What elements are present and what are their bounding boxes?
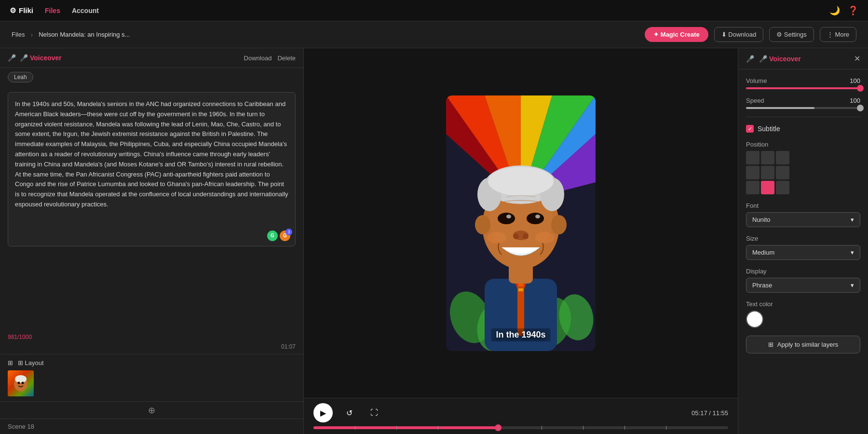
voiceover-actions: Download Delete — [244, 54, 296, 62]
voice-tag-wrapper: Leah — [0, 68, 303, 86]
subtitle-checkbox[interactable]: ✓ — [746, 125, 754, 133]
layout-thumbnail[interactable] — [8, 370, 34, 396]
pos-cell-2[interactable] — [776, 151, 789, 164]
subtitle-text: In the 1940s — [491, 328, 550, 341]
size-dropdown[interactable]: Medium ▾ — [746, 245, 860, 260]
nav-account[interactable]: Account — [72, 7, 99, 14]
add-icon: ⊕ — [148, 405, 155, 416]
pos-cell-4[interactable] — [761, 166, 774, 179]
settings-button[interactable]: ⚙ Settings — [769, 27, 814, 42]
text-content-box[interactable]: In the 1940s and 50s, Mandela's seniors … — [8, 92, 296, 246]
size-section: Size Medium ▾ — [746, 235, 860, 260]
speed-row: Speed 100 — [746, 97, 860, 104]
display-value: Phrase — [752, 282, 772, 289]
breadcrumb-current: Nelson Mandela: an Inspiring s... — [39, 31, 130, 38]
svg-point-4 — [22, 382, 24, 384]
main-layout: 🎤 🎤 Voiceover Download Delete Leah In th… — [0, 48, 868, 434]
pos-cell-6[interactable] — [746, 181, 760, 194]
pos-cell-1[interactable] — [761, 151, 774, 164]
svg-rect-21 — [518, 288, 523, 291]
apply-icon: ⊞ — [768, 341, 773, 348]
panel-title-text: 🎤 Voiceover — [748, 55, 801, 63]
volume-fill — [746, 87, 860, 89]
panel-title: 🎤 🎤 Voiceover — [746, 55, 854, 63]
svg-point-36 — [513, 233, 519, 239]
svg-point-34 — [535, 215, 540, 218]
svg-point-3 — [18, 382, 20, 384]
download-button[interactable]: ⬇ Download — [714, 27, 763, 42]
font-section: Font Nunito ▾ — [746, 202, 860, 227]
position-label: Position — [746, 141, 768, 148]
display-label: Display — [746, 268, 860, 275]
seg-marker-8 — [666, 426, 666, 430]
svg-point-2 — [15, 375, 27, 383]
apply-label: Apply to similar layers — [777, 341, 838, 348]
apply-similar-button[interactable]: ⊞ Apply to similar layers — [746, 336, 860, 353]
display-dropdown[interactable]: Phrase ▾ — [746, 278, 860, 293]
grammarly-badge: 3 — [285, 229, 292, 235]
volume-label: Volume — [746, 77, 767, 84]
magic-create-button[interactable]: ✦ Magic Create — [645, 27, 708, 42]
position-section: Position — [746, 140, 860, 194]
help-icon[interactable]: ❓ — [848, 5, 858, 16]
seg-marker-7 — [624, 426, 625, 430]
voice-tag[interactable]: Leah — [8, 72, 33, 82]
svg-point-39 — [535, 232, 555, 244]
voiceover-download-btn[interactable]: Download — [244, 54, 272, 62]
char-count: 981/1000 — [0, 332, 303, 342]
svg-point-29 — [475, 215, 490, 234]
voiceover-header: 🎤 🎤 Voiceover Download Delete — [0, 48, 303, 68]
video-illustration — [446, 95, 596, 351]
text-color-swatch[interactable] — [746, 311, 763, 328]
rewind-button[interactable]: ↺ — [340, 404, 358, 421]
pos-cell-3[interactable] — [746, 166, 760, 179]
panel-header: 🎤 🎤 Voiceover ✕ — [738, 48, 868, 69]
layout-thumb-img — [8, 370, 34, 396]
fullscreen-button[interactable]: ⛶ — [366, 404, 383, 421]
breadcrumb-root[interactable]: Files — [12, 31, 25, 38]
size-value: Medium — [752, 249, 774, 256]
grammarly-icon-1[interactable]: G — [267, 231, 278, 241]
position-grid — [746, 151, 860, 194]
pos-cell-5[interactable] — [776, 166, 789, 179]
subtitle-label: Subtitle — [758, 125, 780, 133]
font-dropdown[interactable]: Nunito ▾ — [746, 212, 860, 227]
timestamp: 01:07 — [0, 342, 303, 354]
right-panel: 🎤 🎤 Voiceover ✕ Volume 100 — [738, 48, 868, 434]
svg-point-33 — [506, 215, 511, 218]
pos-cell-0[interactable] — [746, 151, 760, 164]
layout-section: ⊞ ⊞ Layout — [0, 354, 303, 401]
svg-point-32 — [527, 213, 544, 224]
close-panel-button[interactable]: ✕ — [854, 54, 860, 63]
nav-files[interactable]: Files — [45, 7, 60, 14]
size-chevron-icon: ▾ — [851, 249, 854, 256]
speed-section: Speed 100 — [746, 97, 860, 109]
pos-cell-8[interactable] — [776, 181, 789, 194]
thumbnail-svg — [8, 370, 34, 396]
seg-marker-6 — [583, 426, 583, 430]
video-controls: ▶ ↺ ⛶ 05:17 / 11:55 — [304, 398, 738, 434]
more-button[interactable]: ⋮ More — [820, 27, 856, 42]
breadcrumb-bar: Files › Nelson Mandela: an Inspiring s..… — [0, 21, 868, 48]
play-button[interactable]: ▶ — [313, 403, 333, 422]
speed-slider[interactable] — [746, 107, 860, 109]
subtitle-checkbox-row: ✓ Subtitle — [746, 125, 860, 133]
grammarly-wrapper1: G — [267, 231, 278, 241]
progress-bar[interactable] — [313, 426, 728, 429]
voiceover-title: 🎤 🎤 Voiceover — [8, 54, 244, 62]
svg-point-28 — [488, 167, 554, 196]
pos-cell-7[interactable] — [761, 181, 774, 194]
font-value: Nunito — [752, 216, 771, 223]
progress-thumb — [495, 424, 502, 431]
progress-fill — [313, 426, 499, 429]
add-scene-button[interactable]: ⊕ — [0, 401, 303, 419]
dark-mode-icon[interactable]: 🌙 — [829, 5, 840, 16]
layout-header: ⊞ ⊞ Layout — [8, 359, 296, 366]
volume-row: Volume 100 — [746, 77, 860, 84]
volume-slider[interactable] — [746, 87, 860, 89]
voiceover-delete-btn[interactable]: Delete — [277, 54, 296, 62]
text-color-section: Text color — [746, 300, 860, 328]
left-panel: 🎤 🎤 Voiceover Download Delete Leah In th… — [0, 48, 304, 434]
speed-fill — [746, 107, 814, 109]
app-name: Fliki — [19, 6, 33, 14]
